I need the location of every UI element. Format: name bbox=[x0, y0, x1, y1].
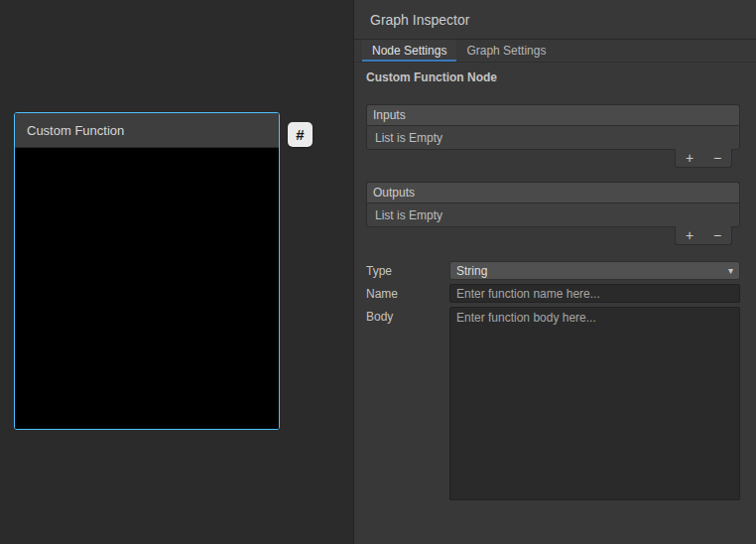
graph-canvas[interactable]: Custom Function # bbox=[0, 0, 353, 544]
inputs-list: Inputs List is Empty + − bbox=[366, 104, 740, 170]
outputs-list: Outputs List is Empty + − bbox=[366, 182, 740, 247]
function-body-input[interactable] bbox=[449, 307, 740, 500]
body-label: Body bbox=[366, 307, 449, 500]
inputs-list-footer: + − bbox=[366, 150, 740, 170]
inputs-list-header: Inputs bbox=[366, 104, 740, 125]
custom-function-node[interactable]: Custom Function bbox=[14, 112, 280, 430]
inputs-empty-row: List is Empty bbox=[366, 125, 740, 150]
tab-graph-settings-label: Graph Settings bbox=[466, 44, 546, 58]
outputs-empty-row: List is Empty bbox=[366, 203, 740, 227]
body-field-row: Body bbox=[366, 307, 740, 500]
outputs-list-header: Outputs bbox=[366, 182, 740, 203]
type-label: Type bbox=[366, 261, 449, 280]
node-preview bbox=[15, 148, 279, 429]
inspector-tabbar: Node Settings Graph Settings bbox=[354, 40, 756, 63]
graph-inspector-panel: Graph Inspector Node Settings Graph Sett… bbox=[353, 0, 756, 544]
chevron-down-icon: ▾ bbox=[728, 265, 733, 276]
tab-graph-settings[interactable]: Graph Settings bbox=[456, 40, 556, 62]
outputs-footer-box: + − bbox=[675, 226, 732, 245]
type-dropdown[interactable]: String ▾ bbox=[449, 261, 740, 280]
outputs-list-footer: + − bbox=[366, 227, 740, 247]
inspector-header: Graph Inspector bbox=[354, 0, 756, 40]
name-field-row: Name bbox=[366, 284, 740, 303]
tab-node-settings[interactable]: Node Settings bbox=[362, 40, 456, 62]
inspector-title: Graph Inspector bbox=[370, 12, 469, 28]
outputs-remove-button[interactable]: − bbox=[706, 227, 728, 244]
node-title[interactable]: Custom Function bbox=[15, 113, 279, 148]
outputs-add-button[interactable]: + bbox=[679, 227, 700, 244]
function-name-input[interactable] bbox=[449, 284, 740, 303]
inputs-add-button[interactable]: + bbox=[679, 150, 700, 167]
inputs-footer-box: + − bbox=[675, 149, 732, 168]
hash-badge-icon[interactable]: # bbox=[288, 122, 313, 147]
node-settings-heading: Custom Function Node bbox=[366, 70, 740, 84]
function-fields: Type String ▾ Name Body bbox=[366, 261, 740, 500]
name-label: Name bbox=[366, 284, 449, 303]
node-settings-content: Custom Function Node Inputs List is Empt… bbox=[354, 63, 756, 500]
tab-node-settings-label: Node Settings bbox=[372, 44, 446, 58]
type-dropdown-value: String bbox=[456, 264, 487, 278]
type-field-row: Type String ▾ bbox=[366, 261, 740, 280]
inputs-remove-button[interactable]: − bbox=[706, 150, 728, 167]
